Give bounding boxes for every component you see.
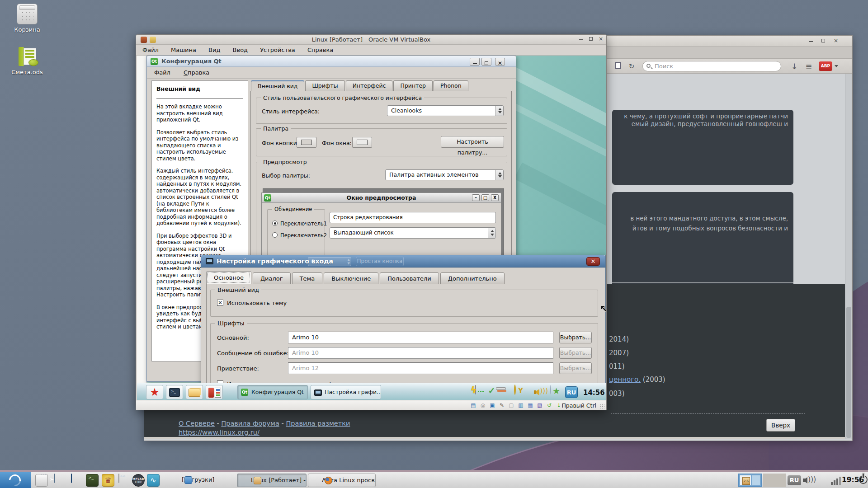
resize-grip[interactable] [600, 404, 604, 408]
menu-help[interactable]: Справка [307, 45, 333, 56]
downloads-icon[interactable]: ↓ [790, 62, 799, 71]
window-bg-swatch[interactable] [352, 137, 372, 148]
topic-row[interactable]: 2007) [609, 349, 629, 357]
topic-row[interactable]: 011) [609, 362, 624, 371]
preview-minimize-button[interactable]: – [472, 194, 480, 201]
dialog-titlebar[interactable]: Настройка графического входа очатель3 0▲… [201, 255, 605, 268]
waveform-app-icon[interactable]: ∿ [147, 474, 160, 487]
browser-close-button[interactable]: × [832, 38, 840, 44]
host-keyboard-layout[interactable]: RU [788, 475, 801, 485]
dialog-tab-advanced[interactable]: Дополнительно [440, 272, 505, 284]
menu-file[interactable]: Файл [142, 45, 159, 56]
tune-palette-button[interactable]: Настроить палитру... [441, 136, 504, 148]
preview-combobox[interactable]: Выпадающий список [330, 227, 496, 239]
site-url-link[interactable]: https://www.linux.org.ru/ [179, 429, 259, 436]
footer-link-about[interactable]: О Сервере [179, 420, 215, 427]
task-firefox[interactable]: Astra Linux просв... [308, 474, 376, 487]
tray-usb-icon[interactable]: Y [514, 385, 516, 395]
guest-filemanager-launcher[interactable] [186, 385, 203, 399]
preview-radio-1[interactable] [272, 221, 278, 226]
host-start-button[interactable] [0, 472, 31, 488]
browser-minimize-button[interactable] [807, 38, 814, 44]
use-theme-checkbox[interactable]: ✕ [217, 300, 223, 306]
qt-tab-appearance[interactable]: Внешний вид [251, 80, 304, 91]
dialog-tab-users[interactable]: Пользователи [380, 272, 439, 284]
show-desktop-icon[interactable] [35, 474, 48, 487]
desktop-icon-smeta-ods[interactable]: Смета.ods [0, 46, 54, 75]
style-combobox[interactable]: Cleanlooks [387, 105, 504, 116]
preview-maximize-button[interactable]: □ [481, 194, 489, 201]
search-input[interactable]: Поиск [642, 61, 781, 71]
menu-view[interactable]: Вид [208, 45, 220, 56]
qt-tab-printer[interactable]: Принтер [393, 80, 433, 91]
desktop-icon-trash[interactable]: Корзина [0, 4, 54, 33]
topic-row[interactable]: ценного. (2003) [609, 375, 665, 384]
main-font-choose-button[interactable]: Выбрать... [559, 332, 592, 343]
network-signal-icon[interactable] [831, 477, 843, 485]
topic-row[interactable]: 003) [609, 389, 624, 398]
dialog-tab-main[interactable]: Основное [206, 271, 251, 284]
topic-link[interactable]: ценного. [609, 375, 641, 384]
tray-network-icon[interactable]: ★ [550, 385, 551, 394]
palette-select-combobox[interactable]: Палитра активных элементов [385, 169, 504, 180]
guest-app-launcher[interactable] [206, 385, 223, 399]
dialog-tab-shutdown[interactable]: Выключение [324, 272, 378, 284]
workspace-pager[interactable]: 2.6 [738, 474, 762, 487]
topic-row[interactable]: 2014) [609, 335, 629, 343]
qt-maximize-button[interactable] [481, 58, 491, 66]
main-font-input[interactable]: Arimo 10 [288, 332, 553, 343]
qt-menu-help[interactable]: Справка [184, 67, 209, 79]
preview-line-edit[interactable]: Строка редактирования [330, 212, 496, 223]
browser-maximize-button[interactable] [820, 38, 827, 44]
task-downloads[interactable]: [Загрузки] [168, 474, 222, 487]
menu-hamburger-icon[interactable]: ≡ [804, 62, 813, 71]
greeting-font-input[interactable]: Arimo 12 [288, 362, 553, 374]
red-book-icon [208, 388, 214, 398]
scroll-up-button[interactable]: Вверх [766, 419, 795, 432]
calculator-icon[interactable] [118, 474, 119, 483]
guest-terminal-launcher[interactable] [166, 385, 183, 399]
qt-close-button[interactable]: ✕ [495, 58, 505, 66]
qt-tab-interface[interactable]: Интерфейс [346, 80, 393, 91]
browser-scrollbar[interactable] [845, 74, 852, 439]
games-icon[interactable]: ♛ [102, 474, 114, 487]
vbox-close-button[interactable]: × [597, 36, 604, 42]
vbox-maximize-button[interactable] [587, 36, 594, 42]
qt-tab-fonts[interactable]: Шрифты [305, 80, 344, 91]
menu-input[interactable]: Ввод [233, 45, 248, 56]
web-browser-icon[interactable] [71, 474, 72, 483]
dialog-close-button[interactable]: ✕ [586, 257, 600, 266]
guest-keyboard-layout[interactable]: RU [565, 386, 578, 398]
qt-menu-file[interactable]: Файл [154, 67, 170, 79]
guest-clock[interactable]: 14:56 [583, 389, 605, 397]
file-manager-icon[interactable] [54, 474, 55, 483]
menu-machine[interactable]: Машина [171, 45, 196, 56]
reload-icon[interactable]: ↻ [627, 62, 636, 71]
menu-devices[interactable]: Устройства [260, 45, 295, 56]
page-action-icon[interactable] [613, 62, 623, 71]
guest-task-login-settings[interactable]: Настройка графи... [311, 385, 381, 399]
qt-minimize-button[interactable] [470, 58, 480, 66]
status-cdrom-icon: ◎ [479, 402, 486, 409]
guest-task-qt-config[interactable]: Qt Конфигурация Qt [237, 385, 308, 399]
vbox-minimize-button[interactable] [577, 36, 585, 42]
dialog-tab-theme[interactable]: Тема [292, 272, 323, 284]
guest-start-button[interactable]: ★ [146, 385, 163, 399]
dialog-tab-dialog[interactable]: Диалог [253, 272, 291, 284]
host-volume-icon[interactable]: ))) [803, 476, 818, 485]
footer-link-forum-rules[interactable]: Правила форума [221, 420, 279, 427]
tray-printer-icon[interactable]: ϟ [475, 385, 476, 394]
button-bg-swatch[interactable] [297, 137, 316, 148]
power-icon[interactable] [859, 475, 868, 484]
footer-link-markup-rules[interactable]: Правила разметки [286, 420, 350, 427]
mplab-icon[interactable]: MPLABX IDE [132, 474, 145, 487]
virtualbox-vm-icon [254, 477, 261, 484]
adblock-icon[interactable]: ABP [819, 61, 832, 71]
terminal-icon[interactable] [86, 474, 99, 487]
task-virtualbox[interactable]: Linux [Работает] -... [237, 474, 307, 487]
error-font-input[interactable]: Arimo 10 [288, 347, 553, 359]
preview-close-button[interactable]: X [491, 194, 499, 201]
qt-tab-phonon[interactable]: Phonon [434, 80, 468, 91]
preview-radio-2[interactable] [272, 232, 278, 238]
overflow-chevron-icon[interactable] [835, 65, 838, 67]
